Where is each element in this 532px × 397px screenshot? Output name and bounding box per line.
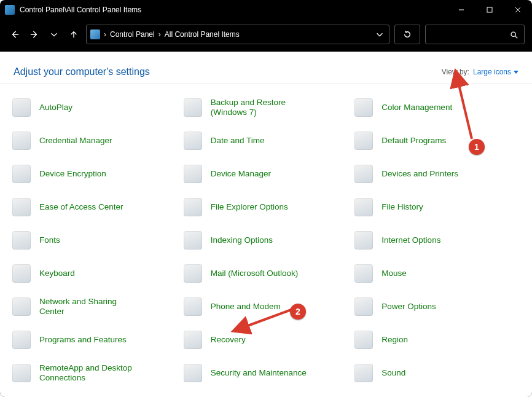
- item-ease-of-access[interactable]: Ease of Access Center: [11, 195, 182, 219]
- item-indexing-options-label: Indexing Options: [211, 235, 273, 245]
- maximize-button[interactable]: [475, 0, 504, 20]
- item-color-management-icon: [353, 97, 374, 118]
- item-default-programs-icon: [353, 130, 374, 151]
- item-mail[interactable]: Mail (Microsoft Outlook): [182, 261, 354, 286]
- item-programs-features[interactable]: Programs and Features: [11, 328, 182, 352]
- item-ease-of-access-icon: [11, 197, 32, 218]
- item-fonts[interactable]: Fonts: [11, 228, 182, 253]
- item-autoplay-icon: [11, 97, 32, 118]
- svg-point-1: [511, 32, 515, 36]
- chevron-right-icon: ›: [158, 30, 161, 39]
- item-devices-printers-icon: [353, 163, 374, 184]
- item-device-manager-label: Device Manager: [211, 169, 271, 179]
- close-button[interactable]: [504, 0, 532, 20]
- item-sound-icon: [353, 363, 374, 383]
- item-sound[interactable]: Sound: [353, 361, 525, 385]
- item-internet-options-icon: [353, 230, 374, 251]
- item-security-maintenance[interactable]: Security and Maintenance: [182, 361, 354, 385]
- divider: [0, 84, 532, 84]
- breadcrumb-all-items[interactable]: All Control Panel Items: [165, 30, 240, 39]
- item-devices-printers-label: Devices and Printers: [381, 169, 458, 179]
- svg-rect-0: [487, 7, 492, 12]
- viewby-dropdown[interactable]: Large icons: [473, 68, 518, 76]
- item-network-sharing[interactable]: Network and Sharing Center: [11, 294, 182, 319]
- item-autoplay[interactable]: AutoPlay: [11, 95, 182, 120]
- chevron-down-icon: [514, 71, 518, 74]
- page-heading: Adjust your computer's settings: [14, 66, 150, 77]
- item-indexing-options[interactable]: Indexing Options: [182, 228, 354, 253]
- item-fonts-label: Fonts: [39, 235, 60, 245]
- item-ease-of-access-label: Ease of Access Center: [39, 202, 123, 212]
- item-credential-manager-icon: [11, 130, 32, 151]
- item-phone-modem-label: Phone and Modem: [211, 302, 281, 312]
- item-device-encryption[interactable]: Device Encryption: [11, 162, 182, 186]
- item-autoplay-label: AutoPlay: [39, 103, 72, 112]
- item-mouse-icon: [353, 263, 374, 284]
- item-recovery-label: Recovery: [211, 335, 246, 345]
- item-power-options[interactable]: Power Options: [353, 294, 525, 319]
- item-credential-manager[interactable]: Credential Manager: [11, 128, 182, 153]
- up-button[interactable]: [66, 27, 81, 42]
- window-title: Control Panel\All Control Panel Items: [20, 6, 141, 14]
- item-keyboard-label: Keyboard: [39, 269, 75, 278]
- item-phone-modem[interactable]: Phone and Modem: [182, 294, 354, 319]
- item-remoteapp[interactable]: RemoteApp and Desktop Connections: [11, 361, 182, 385]
- item-date-time-icon: [182, 130, 203, 151]
- chevron-right-icon: ›: [104, 30, 106, 39]
- item-date-time-label: Date and Time: [211, 136, 265, 146]
- item-sound-label: Sound: [381, 368, 405, 378]
- item-region-label: Region: [381, 335, 408, 345]
- window: Control Panel\All Control Panel Items › …: [0, 0, 532, 397]
- item-mail-icon: [182, 263, 203, 284]
- titlebar: Control Panel\All Control Panel Items: [0, 0, 532, 20]
- item-color-management[interactable]: Color Management: [353, 95, 525, 120]
- item-device-manager[interactable]: Device Manager: [182, 162, 354, 186]
- item-phone-modem-icon: [182, 296, 203, 317]
- item-file-history-label: File History: [381, 202, 423, 212]
- item-date-time[interactable]: Date and Time: [182, 128, 354, 153]
- item-recovery-icon: [182, 329, 203, 350]
- item-backup-restore[interactable]: Backup and Restore (Windows 7): [182, 95, 354, 120]
- item-default-programs[interactable]: Default Programs: [353, 128, 525, 153]
- control-panel-icon: [90, 29, 100, 39]
- item-file-explorer-options[interactable]: File Explorer Options: [182, 195, 354, 219]
- refresh-button[interactable]: [394, 25, 420, 44]
- item-security-maintenance-label: Security and Maintenance: [211, 368, 307, 378]
- content-scroll[interactable]: Adjust your computer's settings View by:…: [0, 52, 532, 397]
- back-button[interactable]: [7, 27, 22, 42]
- item-power-options-icon: [353, 296, 374, 317]
- item-remoteapp-icon: [11, 363, 32, 383]
- item-backup-restore-label: Backup and Restore (Windows 7): [211, 98, 286, 117]
- search-icon: [510, 31, 518, 39]
- app-icon: [5, 5, 15, 15]
- item-region[interactable]: Region: [353, 328, 525, 352]
- item-file-history[interactable]: File History: [353, 195, 525, 219]
- item-device-manager-icon: [182, 163, 203, 184]
- item-keyboard[interactable]: Keyboard: [11, 261, 182, 286]
- item-file-history-icon: [353, 197, 374, 218]
- recent-locations-button[interactable]: [47, 27, 61, 42]
- item-device-encryption-label: Device Encryption: [39, 169, 106, 179]
- item-recovery[interactable]: Recovery: [182, 328, 354, 352]
- item-devices-printers[interactable]: Devices and Printers: [353, 162, 525, 186]
- breadcrumb-control-panel[interactable]: Control Panel: [110, 30, 155, 39]
- item-internet-options-label: Internet Options: [381, 235, 440, 245]
- item-region-icon: [353, 329, 374, 350]
- item-mail-label: Mail (Microsoft Outlook): [211, 269, 299, 278]
- address-history-button[interactable]: [374, 27, 385, 42]
- item-fonts-icon: [11, 230, 32, 251]
- forward-button[interactable]: [27, 27, 42, 42]
- heading-row: Adjust your computer's settings View by:…: [0, 52, 532, 84]
- item-mouse[interactable]: Mouse: [353, 261, 525, 286]
- minimize-button[interactable]: [447, 0, 475, 20]
- item-internet-options[interactable]: Internet Options: [353, 228, 525, 253]
- search-box[interactable]: [425, 25, 525, 44]
- item-remoteapp-label: RemoteApp and Desktop Connections: [39, 363, 132, 383]
- nav-row: › Control Panel › All Control Panel Item…: [0, 20, 532, 49]
- content-area: Adjust your computer's settings View by:…: [0, 52, 532, 397]
- item-file-explorer-options-label: File Explorer Options: [211, 202, 288, 212]
- viewby-label: View by:: [442, 68, 469, 76]
- address-bar[interactable]: › Control Panel › All Control Panel Item…: [86, 25, 389, 44]
- item-programs-features-icon: [11, 329, 32, 350]
- items-grid: AutoPlayBackup and Restore (Windows 7)Co…: [0, 95, 532, 385]
